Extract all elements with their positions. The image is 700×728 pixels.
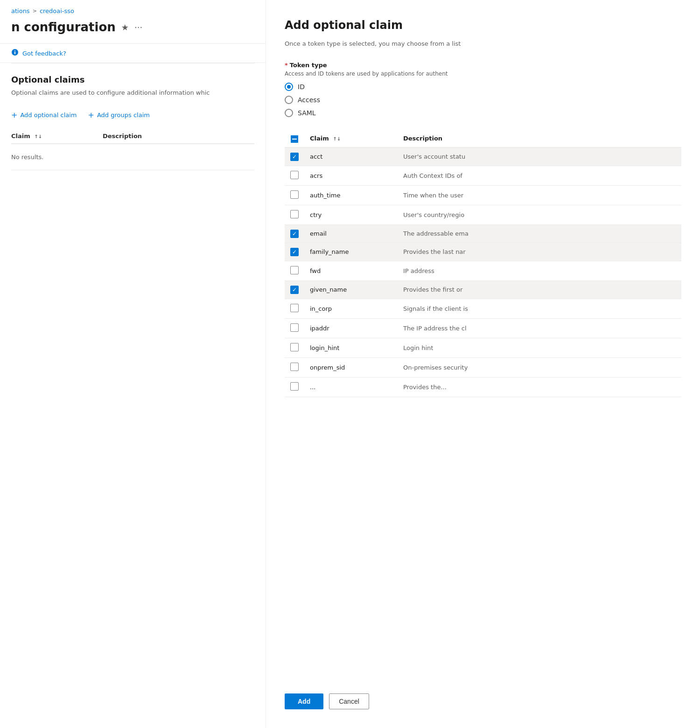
row-checkbox[interactable] (290, 190, 299, 199)
claim-desc: User's country/regio (398, 205, 681, 224)
claim-desc: Provides the first or (398, 280, 681, 299)
radio-id-circle (285, 83, 293, 91)
row-checkbox[interactable] (290, 266, 299, 274)
claim-desc: The IP address the cl (398, 318, 681, 338)
token-type-desc: Access and ID tokens are used by applica… (285, 70, 681, 77)
claim-name: ... (304, 377, 398, 397)
col-claim-header: Claim ↑↓ (11, 133, 95, 140)
table-row[interactable]: ipaddrThe IP address the cl (285, 318, 681, 338)
page-title: n configuration (11, 20, 116, 34)
row-checkbox[interactable] (290, 230, 299, 238)
feedback-bar[interactable]: Got feedback? (0, 43, 266, 63)
breadcrumb: ations > credoai-sso (0, 0, 266, 18)
table-row[interactable]: ...Provides the... (285, 377, 681, 397)
pin-icon[interactable]: ★ (121, 22, 129, 32)
claim-name: acct (304, 147, 398, 166)
add-groups-claim-link[interactable]: + Add groups claim (88, 111, 150, 119)
claim-name: auth_time (304, 185, 398, 205)
radio-saml[interactable]: SAML (285, 109, 681, 117)
claim-name: fwd (304, 261, 398, 280)
claim-desc: The addressable ema (398, 224, 681, 243)
col-claim-header-right: Claim ↑↓ (304, 130, 398, 147)
panel-title: Add optional claim (285, 19, 681, 32)
claim-name: ipaddr (304, 318, 398, 338)
add-optional-claim-link[interactable]: + Add optional claim (11, 111, 77, 119)
claim-name: given_name (304, 280, 398, 299)
feedback-label: Got feedback? (22, 50, 66, 57)
select-all-checkbox[interactable] (290, 135, 299, 143)
claim-name: email (304, 224, 398, 243)
right-panel: Add optional claim Once a token type is … (266, 0, 700, 728)
radio-saml-label: SAML (298, 109, 316, 117)
token-type-label: * Token type (285, 62, 681, 69)
row-checkbox[interactable] (290, 382, 299, 391)
col-desc-header-right: Description (398, 130, 681, 147)
breadcrumb-separator: > (33, 8, 37, 14)
bottom-actions: Add Cancel (285, 693, 369, 709)
more-icon[interactable]: ··· (134, 22, 142, 32)
table-row[interactable]: given_nameProvides the first or (285, 280, 681, 299)
plus-icon-2: + (88, 111, 94, 119)
claim-desc: Auth Context IDs of (398, 166, 681, 185)
col-desc-header: Description (103, 133, 254, 140)
table-row[interactable]: login_hintLogin hint (285, 338, 681, 357)
row-checkbox[interactable] (290, 153, 299, 161)
claim-name: acrs (304, 166, 398, 185)
claim-name: onprem_sid (304, 357, 398, 377)
table-row[interactable]: auth_timeTime when the user (285, 185, 681, 205)
radio-access[interactable]: Access (285, 96, 681, 104)
table-row[interactable]: fwdIP address (285, 261, 681, 280)
breadcrumb-part1[interactable]: ations (11, 7, 30, 14)
claim-desc: On-premises security (398, 357, 681, 377)
add-claim-label: Add optional claim (20, 112, 77, 119)
row-checkbox[interactable] (290, 304, 299, 312)
left-table: Claim ↑↓ Description No results. (0, 129, 266, 170)
add-button[interactable]: Add (285, 693, 323, 709)
radio-id-label: ID (298, 83, 305, 91)
sort-icon[interactable]: ↑↓ (34, 134, 42, 139)
claim-desc: Provides the... (398, 377, 681, 397)
radio-access-label: Access (298, 96, 320, 104)
claim-desc: IP address (398, 261, 681, 280)
sort-icon-right[interactable]: ↑↓ (333, 136, 341, 141)
row-checkbox[interactable] (290, 210, 299, 218)
table-header: Claim ↑↓ Description (11, 129, 254, 144)
row-checkbox[interactable] (290, 363, 299, 371)
claim-desc: Signals if the client is (398, 299, 681, 318)
table-row[interactable]: acrsAuth Context IDs of (285, 166, 681, 185)
radio-id[interactable]: ID (285, 83, 681, 91)
claim-name: ctry (304, 205, 398, 224)
claim-desc: Time when the user (398, 185, 681, 205)
row-checkbox[interactable] (290, 286, 299, 294)
plus-icon: + (11, 111, 17, 119)
row-checkbox[interactable] (290, 323, 299, 332)
table-row[interactable]: onprem_sidOn-premises security (285, 357, 681, 377)
feedback-icon (11, 49, 19, 58)
claim-desc: User's account statu (398, 147, 681, 166)
cancel-button[interactable]: Cancel (329, 693, 369, 709)
section-title: Optional claims (0, 63, 266, 88)
radio-saml-circle (285, 109, 293, 117)
claim-name: login_hint (304, 338, 398, 357)
row-checkbox[interactable] (290, 343, 299, 351)
breadcrumb-part2[interactable]: credoai-sso (40, 7, 74, 14)
row-checkbox[interactable] (290, 248, 299, 256)
add-groups-label: Add groups claim (97, 112, 150, 119)
claim-desc: Provides the last nar (398, 243, 681, 261)
no-results: No results. (11, 144, 254, 170)
claims-table: Claim ↑↓ Description acctUser's account … (285, 130, 681, 397)
section-desc: Optional claims are used to configure ad… (0, 88, 266, 107)
claim-name: in_corp (304, 299, 398, 318)
row-checkbox[interactable] (290, 171, 299, 179)
checkbox-col-header (285, 130, 304, 147)
table-row[interactable]: family_nameProvides the last nar (285, 243, 681, 261)
table-row[interactable]: emailThe addressable ema (285, 224, 681, 243)
table-row[interactable]: in_corpSignals if the client is (285, 299, 681, 318)
token-type-section: * Token type Access and ID tokens are us… (285, 62, 681, 117)
table-row[interactable]: ctryUser's country/regio (285, 205, 681, 224)
table-row[interactable]: acctUser's account statu (285, 147, 681, 166)
claim-desc: Login hint (398, 338, 681, 357)
left-panel: ations > credoai-sso n configuration ★ ·… (0, 0, 266, 728)
panel-subtitle: Once a token type is selected, you may c… (285, 39, 681, 49)
action-bar: + Add optional claim + Add groups claim (0, 107, 266, 129)
